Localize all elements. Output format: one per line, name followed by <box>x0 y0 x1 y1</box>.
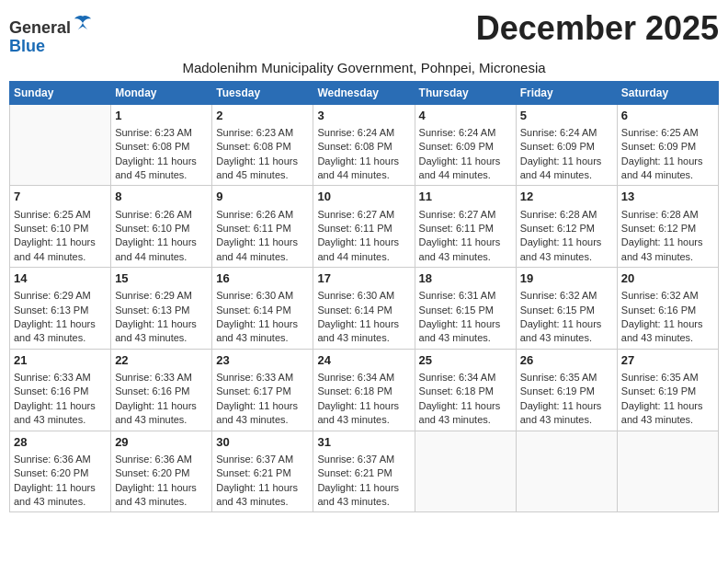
calendar-cell: 2Sunrise: 6:23 AMSunset: 6:08 PMDaylight… <box>212 104 313 186</box>
day-number: 4 <box>419 108 512 124</box>
day-number: 14 <box>14 270 107 287</box>
calendar-cell: 4Sunrise: 6:24 AMSunset: 6:09 PMDaylight… <box>415 104 516 186</box>
calendar-cell: 3Sunrise: 6:24 AMSunset: 6:08 PMDaylight… <box>313 104 415 186</box>
day-number: 16 <box>216 270 309 287</box>
calendar-cell: 5Sunrise: 6:24 AMSunset: 6:09 PMDaylight… <box>516 104 617 186</box>
calendar-cell: 22Sunrise: 6:33 AMSunset: 6:16 PMDayligh… <box>111 349 212 431</box>
calendar-week-row: 7Sunrise: 6:25 AMSunset: 6:10 PMDaylight… <box>10 186 719 268</box>
day-number: 11 <box>419 189 512 205</box>
day-number: 29 <box>115 434 208 451</box>
day-number: 25 <box>419 352 512 369</box>
day-number: 12 <box>520 189 613 205</box>
logo: General Blue <box>9 13 93 56</box>
day-number: 21 <box>14 352 107 369</box>
day-number: 18 <box>419 270 512 287</box>
calendar-cell: 11Sunrise: 6:27 AMSunset: 6:11 PMDayligh… <box>415 186 516 268</box>
page-header: General Blue December 2025 <box>9 9 719 56</box>
calendar-cell: 13Sunrise: 6:28 AMSunset: 6:12 PMDayligh… <box>617 186 718 268</box>
calendar-cell <box>617 431 718 512</box>
calendar-cell <box>415 431 516 512</box>
day-number: 8 <box>115 189 208 205</box>
day-number: 20 <box>621 270 714 287</box>
logo-blue-text: Blue <box>9 37 45 55</box>
day-number: 10 <box>317 189 410 205</box>
calendar-cell: 9Sunrise: 6:26 AMSunset: 6:11 PMDaylight… <box>212 186 313 268</box>
day-number: 15 <box>115 270 208 287</box>
day-number: 7 <box>14 189 107 205</box>
calendar-subtitle: Madolenihm Municipality Government, Pohn… <box>9 60 719 75</box>
logo-bird-icon <box>73 13 93 33</box>
calendar-cell: 24Sunrise: 6:34 AMSunset: 6:18 PMDayligh… <box>313 349 415 431</box>
day-number: 19 <box>520 270 613 287</box>
calendar-cell: 29Sunrise: 6:36 AMSunset: 6:20 PMDayligh… <box>111 431 212 512</box>
calendar-cell: 17Sunrise: 6:30 AMSunset: 6:14 PMDayligh… <box>313 268 415 350</box>
calendar-cell: 6Sunrise: 6:25 AMSunset: 6:09 PMDaylight… <box>617 104 718 186</box>
calendar-cell: 1Sunrise: 6:23 AMSunset: 6:08 PMDaylight… <box>111 104 212 186</box>
day-of-week-header: Friday <box>516 81 617 104</box>
day-number: 17 <box>317 270 410 287</box>
calendar-week-row: 21Sunrise: 6:33 AMSunset: 6:16 PMDayligh… <box>10 349 719 431</box>
day-number: 2 <box>216 108 309 124</box>
day-of-week-header: Saturday <box>617 81 718 104</box>
month-title: December 2025 <box>476 9 719 48</box>
calendar-cell: 31Sunrise: 6:37 AMSunset: 6:21 PMDayligh… <box>313 431 415 512</box>
day-of-week-header: Monday <box>111 81 212 104</box>
calendar-cell: 12Sunrise: 6:28 AMSunset: 6:12 PMDayligh… <box>516 186 617 268</box>
day-number: 30 <box>216 434 309 451</box>
calendar-table: SundayMondayTuesdayWednesdayThursdayFrid… <box>9 81 719 513</box>
calendar-week-row: 1Sunrise: 6:23 AMSunset: 6:08 PMDaylight… <box>10 104 719 186</box>
calendar-cell: 16Sunrise: 6:30 AMSunset: 6:14 PMDayligh… <box>212 268 313 350</box>
day-number: 31 <box>317 434 410 451</box>
calendar-cell: 27Sunrise: 6:35 AMSunset: 6:19 PMDayligh… <box>617 349 718 431</box>
calendar-cell: 30Sunrise: 6:37 AMSunset: 6:21 PMDayligh… <box>212 431 313 512</box>
calendar-cell: 10Sunrise: 6:27 AMSunset: 6:11 PMDayligh… <box>313 186 415 268</box>
day-number: 13 <box>621 189 714 205</box>
day-of-week-header: Tuesday <box>212 81 313 104</box>
day-number: 23 <box>216 352 309 369</box>
calendar-cell: 25Sunrise: 6:34 AMSunset: 6:18 PMDayligh… <box>415 349 516 431</box>
calendar-cell: 26Sunrise: 6:35 AMSunset: 6:19 PMDayligh… <box>516 349 617 431</box>
day-number: 5 <box>520 108 613 124</box>
day-number: 26 <box>520 352 613 369</box>
calendar-cell: 20Sunrise: 6:32 AMSunset: 6:16 PMDayligh… <box>617 268 718 350</box>
calendar-week-row: 14Sunrise: 6:29 AMSunset: 6:13 PMDayligh… <box>10 268 719 350</box>
calendar-header-row: SundayMondayTuesdayWednesdayThursdayFrid… <box>10 81 719 104</box>
day-number: 9 <box>216 189 309 205</box>
calendar-week-row: 28Sunrise: 6:36 AMSunset: 6:20 PMDayligh… <box>10 431 719 512</box>
day-of-week-header: Wednesday <box>313 81 415 104</box>
day-number: 6 <box>621 108 714 124</box>
calendar-cell: 14Sunrise: 6:29 AMSunset: 6:13 PMDayligh… <box>10 268 111 350</box>
calendar-cell: 15Sunrise: 6:29 AMSunset: 6:13 PMDayligh… <box>111 268 212 350</box>
logo-general-text: General <box>9 18 71 37</box>
day-number: 28 <box>14 434 107 451</box>
calendar-cell: 18Sunrise: 6:31 AMSunset: 6:15 PMDayligh… <box>415 268 516 350</box>
calendar-cell: 19Sunrise: 6:32 AMSunset: 6:15 PMDayligh… <box>516 268 617 350</box>
calendar-cell: 23Sunrise: 6:33 AMSunset: 6:17 PMDayligh… <box>212 349 313 431</box>
calendar-cell <box>516 431 617 512</box>
day-of-week-header: Thursday <box>415 81 516 104</box>
calendar-cell: 21Sunrise: 6:33 AMSunset: 6:16 PMDayligh… <box>10 349 111 431</box>
calendar-cell: 28Sunrise: 6:36 AMSunset: 6:20 PMDayligh… <box>10 431 111 512</box>
day-number: 3 <box>317 108 410 124</box>
day-number: 22 <box>115 352 208 369</box>
day-number: 1 <box>115 108 208 124</box>
day-number: 24 <box>317 352 410 369</box>
day-number: 27 <box>621 352 714 369</box>
day-of-week-header: Sunday <box>10 81 111 104</box>
calendar-cell: 7Sunrise: 6:25 AMSunset: 6:10 PMDaylight… <box>10 186 111 268</box>
calendar-cell: 8Sunrise: 6:26 AMSunset: 6:10 PMDaylight… <box>111 186 212 268</box>
calendar-cell <box>10 104 111 186</box>
